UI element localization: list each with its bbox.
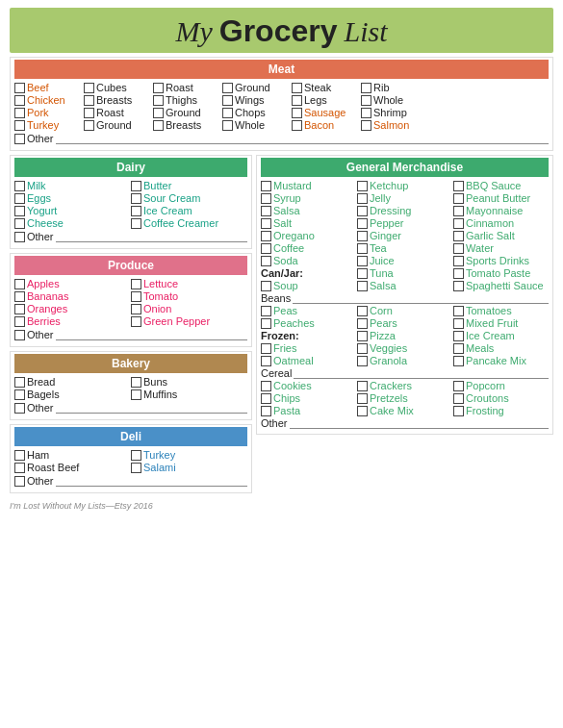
cb-pepper[interactable] (357, 218, 368, 229)
cb-roast2[interactable] (84, 108, 94, 118)
cb-jelly[interactable] (357, 193, 368, 204)
cb-cinnamon[interactable] (453, 218, 464, 229)
cb-cookies[interactable] (261, 381, 271, 391)
cb-deli-other[interactable] (14, 476, 25, 487)
cb-breasts2[interactable] (153, 120, 164, 131)
cb-salt[interactable] (261, 218, 271, 229)
cb-whole2[interactable] (222, 120, 233, 131)
cb-steak[interactable] (292, 83, 302, 93)
cb-ice-cream1[interactable] (131, 206, 141, 216)
cb-croutons[interactable] (453, 393, 464, 404)
cb-butter[interactable] (131, 181, 141, 191)
cb-ketchup[interactable] (357, 181, 368, 191)
cb-oranges[interactable] (14, 304, 25, 314)
cb-oatmeal[interactable] (261, 356, 271, 366)
cb-coffee[interactable] (261, 243, 271, 254)
cb-peaches[interactable] (261, 318, 271, 329)
cb-milk[interactable] (14, 181, 25, 191)
cb-chops[interactable] (222, 108, 233, 118)
cb-oregano[interactable] (261, 231, 271, 241)
cb-cake-mix[interactable] (357, 406, 368, 416)
cb-salami[interactable] (131, 463, 141, 473)
cb-pears[interactable] (357, 318, 368, 329)
cb-chips[interactable] (261, 393, 271, 404)
cb-bbq-sauce[interactable] (453, 181, 464, 191)
cb-pizza[interactable] (357, 331, 368, 341)
cb-ground1[interactable] (222, 83, 233, 93)
cb-apples[interactable] (14, 279, 25, 289)
cb-peas[interactable] (261, 306, 271, 316)
cb-turkey-deli[interactable] (131, 450, 141, 461)
cb-dairy-other[interactable] (14, 232, 25, 242)
cb-chicken[interactable] (14, 95, 25, 106)
cb-salsa[interactable] (261, 206, 271, 216)
cb-breasts[interactable] (84, 95, 94, 106)
cb-pork[interactable] (14, 108, 25, 118)
cb-tomatoes[interactable] (453, 306, 464, 316)
cb-thighs[interactable] (153, 95, 164, 106)
cb-spaghetti-sauce[interactable] (453, 281, 464, 291)
cb-syrup[interactable] (261, 193, 271, 204)
cb-dressing[interactable] (357, 206, 368, 216)
cb-yogurt[interactable] (14, 206, 25, 216)
cb-bananas[interactable] (14, 291, 25, 302)
cb-eggs[interactable] (14, 193, 25, 204)
cb-onion[interactable] (131, 304, 141, 314)
cb-mixed-fruit[interactable] (453, 318, 464, 329)
cb-crackers[interactable] (357, 381, 368, 391)
cb-buns[interactable] (131, 377, 141, 388)
cb-ground2[interactable] (153, 108, 164, 118)
cb-green-pepper[interactable] (131, 316, 141, 327)
cb-wings[interactable] (222, 95, 233, 106)
cb-pasta[interactable] (261, 406, 271, 416)
cb-granola[interactable] (357, 356, 368, 366)
cb-bagels[interactable] (14, 389, 25, 400)
cb-bacon[interactable] (292, 120, 302, 131)
cb-veggies[interactable] (357, 343, 368, 354)
cb-mayonnaise[interactable] (453, 206, 464, 216)
cb-meat-other[interactable] (14, 134, 25, 144)
cb-soda[interactable] (261, 256, 271, 266)
cb-tomato-paste[interactable] (453, 268, 464, 279)
cb-roast-beef[interactable] (14, 463, 25, 473)
cb-popcorn[interactable] (453, 381, 464, 391)
cb-garlic-salt[interactable] (453, 231, 464, 241)
cb-bread[interactable] (14, 377, 25, 388)
cb-pancake-mix[interactable] (453, 356, 464, 366)
cb-fries[interactable] (261, 343, 271, 354)
cb-salsa2[interactable] (357, 281, 368, 291)
cb-cheese[interactable] (14, 218, 25, 229)
cb-ginger[interactable] (357, 231, 368, 241)
cb-sausage[interactable] (292, 108, 302, 118)
cb-ice-cream2[interactable] (453, 331, 464, 341)
cb-cubes[interactable] (84, 83, 94, 93)
cb-whole[interactable] (361, 95, 371, 106)
cb-pretzels[interactable] (357, 393, 368, 404)
cb-beef[interactable] (14, 83, 25, 93)
cb-produce-other[interactable] (14, 330, 25, 340)
cb-tuna[interactable] (357, 268, 368, 279)
cb-ground3[interactable] (84, 120, 94, 131)
cb-shrimp[interactable] (361, 108, 371, 118)
cb-sour-cream[interactable] (131, 193, 141, 204)
cb-lettuce[interactable] (131, 279, 141, 289)
cb-muffins[interactable] (131, 389, 141, 400)
cb-peanut-butter[interactable] (453, 193, 464, 204)
cb-mustard[interactable] (261, 181, 271, 191)
cb-corn[interactable] (357, 306, 368, 316)
cb-ham[interactable] (14, 450, 25, 461)
cb-bakery-other[interactable] (14, 403, 25, 414)
cb-berries[interactable] (14, 316, 25, 327)
cb-sports-drinks[interactable] (453, 256, 464, 266)
cb-soup[interactable] (261, 281, 271, 291)
cb-tomato[interactable] (131, 291, 141, 302)
cb-coffee-creamer[interactable] (131, 218, 141, 229)
cb-tea[interactable] (357, 243, 368, 254)
cb-rib[interactable] (361, 83, 371, 93)
cb-roast1[interactable] (153, 83, 164, 93)
cb-turkey[interactable] (14, 120, 25, 131)
cb-salmon[interactable] (361, 120, 371, 131)
cb-frosting[interactable] (453, 406, 464, 416)
cb-water[interactable] (453, 243, 464, 254)
cb-meals[interactable] (453, 343, 464, 354)
